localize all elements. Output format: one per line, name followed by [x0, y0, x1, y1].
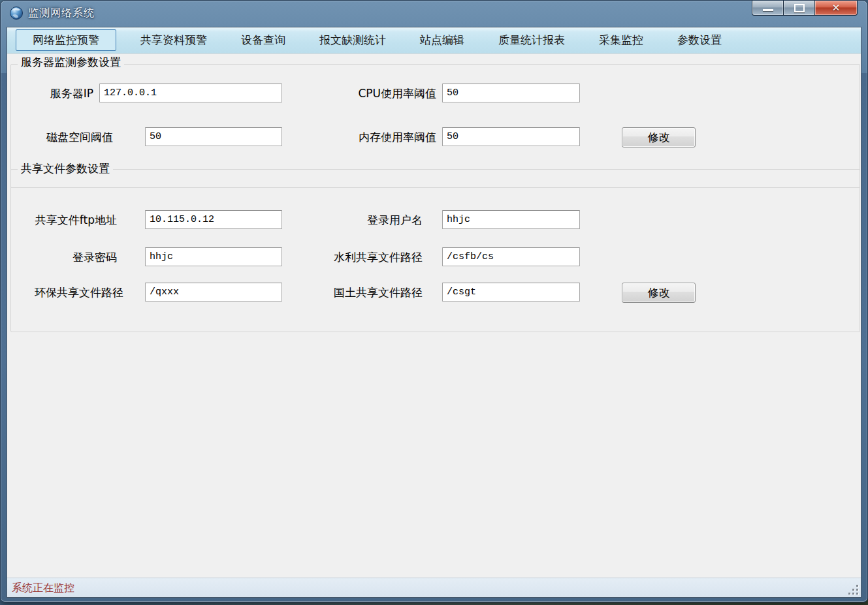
land-share-path-label: 国土共享文件路径	[295, 283, 423, 303]
tab-quality-report[interactable]: 质量统计报表	[489, 30, 575, 50]
resize-grip-icon[interactable]	[849, 585, 858, 595]
share-params-group-title: 共享文件参数设置	[18, 161, 113, 176]
tab-parameter-settings[interactable]: 参数设置	[667, 30, 731, 50]
memory-threshold-label: 内存使用率阈值	[314, 127, 436, 147]
ftp-address-input[interactable]	[145, 210, 282, 229]
minimize-button[interactable]	[752, 1, 784, 16]
tab-strip: 网络监控预警 共享资料预警 设备查询 报文缺测统计 站点编辑 质量统计报表 采集…	[7, 27, 861, 54]
status-bar: 系统正在监控	[7, 578, 861, 597]
tab-device-query[interactable]: 设备查询	[231, 30, 295, 50]
close-button[interactable]: ✕	[815, 1, 858, 16]
login-username-input[interactable]	[442, 210, 580, 229]
client-area: 网络监控预警 共享资料预警 设备查询 报文缺测统计 站点编辑 质量统计报表 采集…	[7, 27, 861, 598]
status-message: 系统正在监控	[12, 582, 74, 595]
water-share-path-label: 水利共享文件路径	[295, 247, 423, 268]
water-share-path-input[interactable]	[442, 247, 580, 266]
tab-message-missing-stats[interactable]: 报文缺测统计	[310, 30, 396, 50]
close-icon: ✕	[832, 1, 841, 14]
land-share-path-input[interactable]	[442, 283, 580, 302]
tab-network-monitor-alert[interactable]: 网络监控预警	[16, 29, 116, 51]
maximize-button[interactable]	[784, 1, 815, 16]
desktop-background: 监测网络系统 ✕ 网络监控预警 共享资料预警 设备查询 报文缺测统计 站点编辑	[0, 0, 868, 605]
share-params-groupbox	[10, 169, 860, 332]
tab-shared-data-alert[interactable]: 共享资料预警	[131, 30, 217, 50]
share-modify-button[interactable]: 修改	[622, 283, 696, 303]
tab-site-edit[interactable]: 站点编辑	[410, 30, 474, 50]
env-share-path-label: 环保共享文件路径	[14, 283, 123, 303]
title-bar[interactable]: 监测网络系统 ✕	[1, 1, 867, 27]
login-password-input[interactable]	[145, 247, 282, 266]
tab-collection-monitor[interactable]: 采集监控	[589, 30, 653, 50]
window-title: 监测网络系统	[28, 7, 95, 20]
minimize-icon	[763, 9, 773, 11]
login-username-label: 登录用户名	[295, 210, 423, 230]
disk-threshold-label: 磁盘空间阈值	[20, 127, 113, 147]
app-window: 监测网络系统 ✕ 网络监控预警 共享资料预警 设备查询 报文缺测统计 站点编辑	[0, 0, 868, 602]
server-params-group-title: 服务器监测参数设置	[18, 55, 124, 70]
maximize-icon	[794, 4, 805, 12]
server-ip-input[interactable]	[99, 84, 282, 102]
server-ip-label: 服务器IP	[20, 84, 93, 104]
login-password-label: 登录密码	[14, 247, 117, 268]
memory-threshold-input[interactable]	[442, 127, 580, 146]
window-controls: ✕	[752, 1, 858, 16]
env-share-path-input[interactable]	[145, 283, 282, 302]
disk-threshold-input[interactable]	[145, 127, 282, 146]
ftp-address-label: 共享文件ftp地址	[14, 210, 117, 230]
content-area: 服务器监测参数设置 服务器IP CPU使用率阈值 磁盘空间阈值 内存使用率阈值 …	[7, 54, 861, 578]
server-modify-button[interactable]: 修改	[622, 127, 696, 147]
globe-app-icon[interactable]	[9, 6, 24, 20]
cpu-threshold-input[interactable]	[442, 84, 580, 102]
cpu-threshold-label: CPU使用率阈值	[314, 84, 436, 104]
